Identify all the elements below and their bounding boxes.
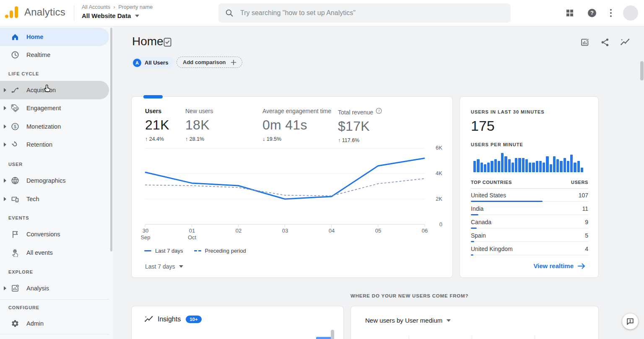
more-menu-button[interactable]: [608, 7, 614, 19]
country-users: 107: [579, 192, 588, 199]
search-input[interactable]: [239, 9, 504, 17]
report-actions: [579, 36, 632, 49]
minute-bar: [556, 159, 559, 172]
minute-bar: [525, 159, 528, 172]
sidebar-item-analysis[interactable]: Analysis: [0, 279, 109, 298]
sidebar-item-tech[interactable]: Tech: [0, 190, 109, 208]
breadcrumb-account[interactable]: All Accounts: [82, 4, 110, 10]
top-countries-header: TOP COUNTRIES USERS: [471, 180, 588, 185]
expand-caret-icon: [4, 88, 6, 92]
country-name: United States: [471, 192, 506, 199]
analytics-logo[interactable]: Analytics: [4, 5, 65, 19]
x-axis-label: 06: [415, 228, 434, 234]
expand-caret-icon: [4, 286, 6, 290]
x-axis-label: 30Sep: [136, 228, 155, 241]
sidebar-item-retention[interactable]: Retention: [0, 135, 109, 154]
breadcrumb[interactable]: All Accounts › Property name: [82, 4, 154, 10]
delta-value: 117.6%: [342, 137, 359, 143]
sidebar-item-admin[interactable]: Admin: [0, 314, 109, 333]
segment-avatar: A: [133, 59, 141, 67]
sidebar-item-label: Engagement: [26, 105, 61, 111]
minute-bar: [522, 158, 525, 173]
analytics-logo-icon: [4, 5, 19, 19]
country-bar-fill: [471, 214, 478, 215]
doc-check-icon[interactable]: [163, 37, 172, 47]
y-axis-label: 4K: [427, 170, 442, 176]
sidebar-item-demographics[interactable]: Demographics: [0, 171, 109, 190]
sidebar-item-acquisition[interactable]: Acquisition: [0, 81, 109, 99]
view-realtime-link[interactable]: View realtime: [531, 262, 588, 270]
metric-total-revenue[interactable]: Total revenue? $17K ↑ 117.6%: [338, 108, 382, 143]
minute-bar: [508, 159, 511, 172]
help-button[interactable]: ?: [585, 6, 599, 20]
insights-card: Insights 10+: [131, 306, 344, 339]
expand-caret-icon: [4, 179, 6, 183]
sidebar-item-conversions[interactable]: Conversions: [0, 225, 109, 243]
breadcrumb-property[interactable]: Property name: [118, 4, 153, 10]
all-users-chip[interactable]: A All Users: [131, 57, 174, 68]
insights-button[interactable]: [618, 36, 632, 49]
metric-label: Average engagement time: [262, 108, 331, 114]
sidebar-item-all-events[interactable]: All events: [0, 243, 109, 262]
plus-icon: [230, 59, 237, 66]
share-icon: [600, 38, 610, 47]
account-avatar[interactable]: [623, 5, 638, 21]
delta-value: 24.4%: [149, 136, 164, 142]
add-comparison-chip[interactable]: Add comparison: [177, 57, 242, 68]
new-users-dimension-selector[interactable]: New users by User medium: [363, 316, 453, 324]
property-selector[interactable]: All Website Data: [82, 12, 139, 19]
sidebar-section-user: USER: [8, 162, 23, 167]
minute-bar: [477, 159, 479, 172]
insights-header: Insights 10+: [144, 315, 202, 323]
metric-new-users[interactable]: New users 18K ↑ 28.1%: [185, 108, 213, 142]
minute-bar: [487, 163, 490, 172]
feedback-button[interactable]: [622, 313, 638, 329]
analysis-icon: [11, 284, 19, 292]
sidebar-item-home[interactable]: Home: [0, 28, 109, 46]
property-selector-label: All Website Data: [82, 12, 131, 19]
share-report-button[interactable]: [599, 36, 611, 49]
sidebar-item-realtime[interactable]: Realtime: [0, 46, 109, 64]
apps-grid-button[interactable]: [564, 7, 576, 19]
sidebar-item-monetization[interactable]: $ Monetization: [0, 117, 109, 136]
chevron-down-icon: [179, 265, 183, 268]
table-column-divider: [409, 336, 409, 339]
legend-label: Last 7 days: [155, 248, 183, 254]
sidebar-item-label: Acquisition: [26, 87, 56, 93]
realtime-title: USERS IN LAST 30 MINUTES: [471, 109, 545, 114]
help-circle-icon[interactable]: ?: [376, 108, 382, 114]
search-bar[interactable]: [218, 3, 511, 23]
engagement-icon: [11, 104, 19, 112]
metric-users[interactable]: Users 21K ↑ 24.4%: [145, 108, 169, 142]
x-axis-label: 01Oct: [182, 228, 202, 241]
metric-avg-engagement[interactable]: Average engagement time 0m 41s ↓ 19.5%: [262, 108, 331, 142]
minute-bar: [550, 164, 552, 172]
sidebar-scrollbar[interactable]: [110, 28, 112, 251]
help-icon: ?: [587, 8, 597, 18]
minute-bar: [574, 163, 576, 172]
insights-scrollbar[interactable]: [331, 330, 334, 339]
view-realtime-label: View realtime: [533, 262, 574, 269]
page-scrollbar[interactable]: [640, 61, 644, 80]
metric-delta: ↑ 117.6%: [338, 137, 382, 143]
tech-icon: [11, 195, 19, 203]
minute-bar: [581, 168, 583, 173]
minute-bar: [577, 161, 580, 172]
sidebar-item-label: All events: [26, 249, 53, 256]
minute-bar: [539, 161, 542, 172]
date-range-selector[interactable]: Last 7 days: [143, 263, 186, 270]
x-axis-label: 04: [322, 228, 341, 234]
country-name: United Kingdom: [471, 246, 513, 252]
country-bar-fill: [471, 254, 473, 256]
demographics-icon: [11, 176, 19, 185]
sidebar-divider: [0, 334, 109, 334]
minute-bar: [512, 163, 514, 172]
sidebar-divider: [0, 299, 109, 300]
table-column-divider: [472, 336, 472, 339]
customize-report-button[interactable]: [579, 36, 592, 49]
sidebar-item-engagement[interactable]: Engagement: [0, 99, 109, 117]
delta-arrow-icon: ↑: [338, 137, 340, 143]
country-bar-fill: [471, 241, 474, 242]
all-events-icon: [11, 248, 19, 257]
country-users: 4: [585, 246, 588, 252]
